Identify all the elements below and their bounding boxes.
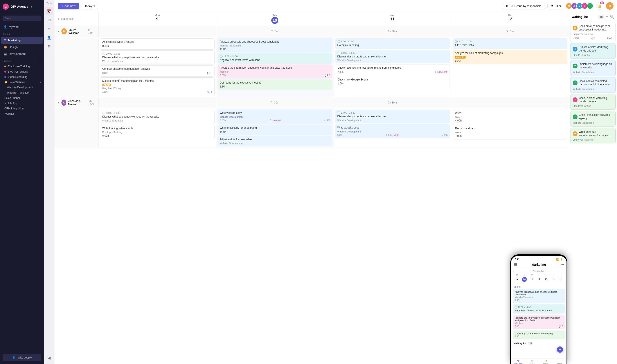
waiting-item-3[interactable]: T Implement new language on the website … (570, 60, 616, 76)
phone-nav-more[interactable]: ••• More (553, 360, 566, 364)
cal-num-10-today[interactable]: 10 (522, 277, 527, 282)
task-negotiate-contract[interactable]: 🕐 12:30 - 14:00 Negotiate contract terms… (218, 53, 332, 64)
waiting-item-6[interactable]: T Check translation provided agency Webs… (570, 111, 616, 127)
user-avatar[interactable]: M (606, 2, 614, 10)
add-project-button[interactable]: + (39, 59, 41, 63)
phone-nav-notes[interactable]: 📝 Notes (539, 360, 553, 364)
sidebar-item-video-recording[interactable]: Video Recording (0, 74, 44, 80)
phone-menu-icon[interactable]: ☰ (514, 262, 517, 267)
sidebar-item-mywork[interactable]: 👤 My work (1, 24, 43, 30)
task-write-copy-2[interactable]: Write website copy Website Development 5… (335, 124, 450, 138)
phone-nav-schedule[interactable]: 📅 Schedule (511, 360, 525, 364)
waiting-item-2[interactable]: J Publish article: Marketing trends this… (570, 43, 616, 59)
anastasia-total-hours: 7h 55m (89, 100, 96, 106)
phone-task-4[interactable]: Get ready for the executive meeting 1:30… (513, 330, 565, 339)
phone-waiting-header[interactable]: Waiting list 18 (513, 340, 565, 346)
task-duration: 1:00h (220, 48, 330, 51)
task-check-resumes[interactable]: Check resumes and test assignments from … (335, 64, 450, 75)
task-webinar-info[interactable]: Prepare the information about the webina… (218, 65, 332, 78)
tool-settings[interactable]: ⚙ (45, 42, 53, 50)
sidebar-item-development[interactable]: 💻 Development (1, 51, 43, 57)
task-discuss-languages[interactable]: 🕐 10:00 - 10:45 Discuss what languages w… (100, 51, 215, 65)
task-write-website-copy[interactable]: Write website copy Website Development 5… (218, 110, 332, 124)
cal-num-13[interactable]: 13 (544, 277, 548, 282)
add-new-button[interactable]: + Add new (58, 3, 79, 9)
task-title: Write website copy (220, 111, 330, 115)
add-team-button[interactable]: + (39, 32, 41, 36)
tool-check[interactable]: ☑ (45, 16, 53, 24)
phone-prev-icon[interactable]: ‹ (513, 270, 515, 273)
phone-next-icon[interactable]: › (563, 270, 564, 273)
phone-more-icon[interactable]: ••• (561, 263, 564, 266)
tool-collapse[interactable]: ◀ (45, 354, 53, 362)
sidebar-item-employee-training[interactable]: Employee Training (0, 64, 44, 69)
task-discuss-languages-2[interactable]: 🕐 10:00 - 10:45 Discuss what languages w… (100, 110, 215, 124)
sidebar-item-blog-post[interactable]: Blog Post Writing (0, 69, 44, 74)
notifications-button[interactable]: 🔔 11 (596, 2, 603, 10)
group-by-button[interactable]: ⊞ 88 Group by responsible (503, 3, 545, 9)
app-name: GIM Agency (11, 5, 28, 8)
task-write-thu[interactable]: Write... Blog P... 4:00h (452, 110, 567, 124)
sidebar-item-new-website[interactable]: 📁 New Website ▾ (0, 80, 44, 85)
today-button[interactable]: Today ▾ (82, 3, 98, 9)
next-week-button[interactable]: › (76, 17, 77, 21)
task-discuss-design-2[interactable]: 🕐 13:00 - 14:30 Discuss design drafts an… (335, 110, 450, 123)
task-content-plan[interactable]: Make a content marketing plan for 3 mont… (100, 78, 215, 96)
waiting-card-project: Blog Post Writing (573, 104, 613, 107)
task-discuss-design[interactable]: 🕐 13:00 - 14:30 Discuss design drafts an… (335, 50, 450, 64)
sidebar-item-sales-funnel[interactable]: Sales Funnel (0, 95, 44, 101)
sidebar-item-design[interactable]: 🎨 Design (1, 44, 43, 51)
sidebar-item-website-dev[interactable]: Website Development (0, 85, 44, 90)
task-executive-meeting[interactable]: 🕐 9:30 - 11:00 Executive meeting (335, 38, 450, 49)
sidebar-logo[interactable]: G GIM Agency ▾ (0, 0, 44, 13)
notification-badge: 11 (600, 1, 604, 4)
task-duration: 1:30h (220, 85, 330, 88)
phone-fab-button[interactable]: + (557, 346, 563, 353)
task-time: 🕐 10:00 - 10:45 (102, 52, 212, 55)
task-adjust-scripts[interactable]: Adjust scripts for new video Website Dev… (218, 136, 332, 146)
cal-num-11[interactable]: 11 (529, 277, 534, 282)
task-segmentation[interactable]: Conduct customer segmentation analysis 3… (100, 65, 215, 77)
search-waiting-icon[interactable]: 🔍 (610, 15, 614, 19)
sidebar-item-marketing[interactable]: 🏷 Marketing (1, 37, 43, 44)
cal-num-12[interactable]: 12 (536, 277, 541, 282)
waiting-item-7[interactable]: M Write an email announcement for the ne… (570, 128, 616, 143)
task-analyze-results[interactable]: Analyze last week's results 0:30h (100, 38, 215, 50)
avatar-5[interactable]: T (587, 3, 593, 9)
task-1to1-sofia[interactable]: 🕐 9:00 - 10:00 1-to-1 with Sofia (452, 38, 567, 49)
phone-task-title: Analyze proposals and choose 2-3 best ca… (515, 291, 563, 296)
tool-list[interactable]: ≡ (45, 25, 53, 33)
phone-task-2[interactable]: 🕐 12:30 - 14:00 Negotiate contract terms… (513, 304, 565, 313)
person-info-marry: ▼ M Marry Williams 8h 15m (55, 26, 98, 37)
tool-calendar[interactable]: 📅 (45, 7, 53, 15)
cal-num-9[interactable]: 9 (515, 277, 520, 282)
phone-nav-tasks[interactable]: ☑ Tasks (525, 360, 539, 364)
collapse-anastasia-button[interactable]: ▼ (57, 101, 60, 104)
sidebar-item-website-trans[interactable]: Website Translation (0, 90, 44, 95)
waiting-item-1[interactable]: M Send email campaign to all employees i… (570, 22, 616, 42)
task-google-events[interactable]: Check new Google Events 1:00h (335, 76, 450, 87)
sidebar-item-crm[interactable]: CRM Integration (0, 106, 44, 111)
tool-person[interactable]: 👤 (45, 34, 53, 41)
waiting-item-4[interactable]: T Download all completed translations in… (570, 77, 616, 93)
sidebar-item-webinar[interactable]: Webinar (0, 111, 44, 117)
invite-button[interactable]: 👤 Invite people (3, 354, 41, 361)
sidebar-item-mobile-app[interactable]: Mobile App (0, 101, 44, 106)
task-roi-analysis[interactable]: Analyze the ROI of marketing campaigns i… (452, 50, 567, 64)
prev-week-button[interactable]: ‹ (58, 17, 59, 21)
task-find-thu[interactable]: Find a... and ra... Webs... 1:00h (452, 125, 567, 140)
task-exec-meeting[interactable]: Get ready for the executive meeting 1:30… (218, 79, 332, 90)
teams-label: Teams (3, 33, 10, 35)
task-analyze-proposals[interactable]: Analyze proposals and choose 2-3 best ca… (218, 38, 332, 52)
waiting-list: Waiting list 18 + 🔍 M Send email campaig… (569, 12, 617, 364)
phone-task-1[interactable]: Analyze proposals and choose 2-3 best ca… (513, 289, 565, 303)
filter-button[interactable]: ⚗ Filter (548, 3, 564, 9)
task-time: 🕐 10:00 - 10:45 (102, 112, 212, 115)
collapse-marry-button[interactable]: ▼ (57, 30, 60, 33)
search-input[interactable] (3, 15, 41, 21)
waiting-item-5[interactable]: A Check article: Marketing trends this y… (570, 94, 616, 110)
task-training-scripts[interactable]: Write training video scripts Employee Tr… (100, 125, 215, 139)
phone-task-3[interactable]: Prepare the information about the webina… (513, 315, 565, 329)
add-waiting-icon[interactable]: + (606, 15, 608, 19)
task-email-copy[interactable]: Write email copy for onboarding 1:30h (218, 125, 332, 135)
